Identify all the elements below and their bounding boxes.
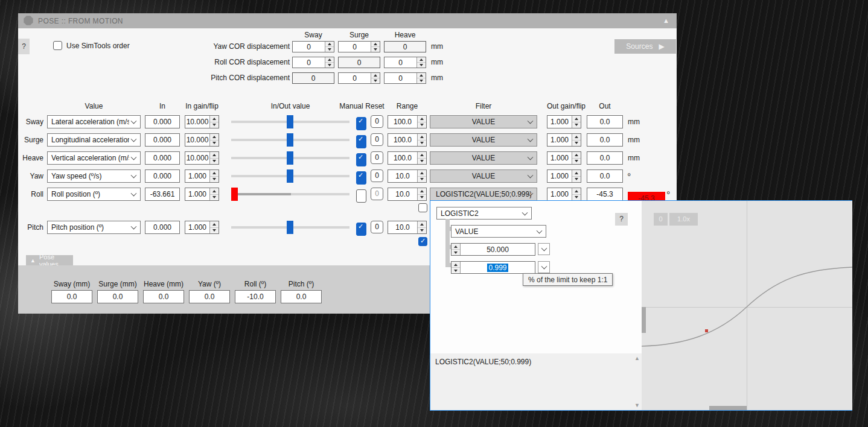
formula-scrollbar[interactable]: ▲ ▼ <box>633 353 642 410</box>
graph-vertical-range-bar[interactable] <box>642 307 646 333</box>
pitch-cor-surge-input[interactable]: 0 <box>338 72 380 84</box>
graph-horizontal-range-bar[interactable] <box>709 406 747 410</box>
sources-button[interactable]: Sources ▶ <box>614 39 676 54</box>
reset-button[interactable]: 0 <box>371 169 383 182</box>
graph-zoom-button[interactable]: 1.0x <box>669 213 698 226</box>
header-in-gain: In gain/flip <box>185 102 219 110</box>
range-input[interactable]: 10.0 <box>388 169 427 183</box>
chevron-down-icon <box>537 227 543 233</box>
reset-button[interactable]: 0 <box>371 188 383 200</box>
pitch-cor-heave-input[interactable]: 0 <box>384 72 426 84</box>
spin-down-icon <box>371 46 380 52</box>
header-filter: Filter <box>430 102 537 110</box>
slider-handle <box>287 221 293 234</box>
value-source-dropdown[interactable]: Pitch position (º) <box>47 221 141 234</box>
range-input[interactable]: 100.0 <box>388 133 427 147</box>
in-gain-input[interactable]: 10.000 <box>185 115 219 128</box>
out-gain-input[interactable]: 1.000 <box>547 133 581 147</box>
inout-slider[interactable] <box>231 188 349 201</box>
yaw-cor-label: Yaw COR displacement <box>163 41 290 52</box>
out-gain-input[interactable]: 1.000 <box>547 115 581 128</box>
manual-checkbox[interactable]: ✓ <box>356 135 366 148</box>
filter-help-button[interactable]: ? <box>615 213 628 226</box>
mix-surge-in-pitch-checkbox[interactable]: ✓ <box>418 237 427 246</box>
filter-dropdown[interactable]: LOGISTIC2(VALUE;50;0.999) <box>430 188 537 201</box>
out-value-field: -45.3 <box>587 188 623 201</box>
cor-col-surge: Surge <box>338 31 380 39</box>
in-gain-input[interactable]: 1.000 <box>185 221 219 234</box>
out-unit: mm <box>628 133 640 147</box>
value-source-dropdown[interactable]: Lateral acceleration (m/s²) <box>47 115 141 128</box>
out-gain-input[interactable]: 1.000 <box>547 169 581 183</box>
spin-down-icon <box>210 176 219 183</box>
scroll-down-icon: ▼ <box>633 402 642 408</box>
roll-cor-heave-input[interactable]: 0 <box>384 57 426 68</box>
inout-slider[interactable] <box>231 221 349 234</box>
range-input[interactable]: 10.0 <box>388 221 427 234</box>
yaw-cor-sway-input[interactable]: 0 <box>292 41 334 52</box>
filter-type-dropdown[interactable]: LOGISTIC2 <box>436 207 532 220</box>
spin-up-icon <box>210 170 219 176</box>
yaw-cor-surge-input[interactable]: 0 <box>338 41 380 52</box>
chevron-down-icon <box>528 154 534 160</box>
chevron-down-icon <box>541 264 547 270</box>
window-titlebar[interactable]: POSE :: FROM MOTION ▲ <box>18 13 677 28</box>
simtools-order-checkbox[interactable] <box>53 41 62 50</box>
inout-slider[interactable] <box>231 151 349 165</box>
range-input[interactable]: 10.0 <box>388 188 427 201</box>
reset-button[interactable]: 0 <box>371 115 383 128</box>
graph-reset-button[interactable]: 0 <box>654 213 668 226</box>
value-source-dropdown[interactable]: Yaw speed (º/s) <box>47 169 141 183</box>
spin-down-icon <box>210 140 219 147</box>
help-button[interactable]: ? <box>18 39 30 54</box>
in-gain-input[interactable]: 1.000 <box>185 188 219 201</box>
check-icon: ✓ <box>358 117 363 125</box>
manual-checkbox[interactable]: ✓ <box>356 223 366 236</box>
inout-slider[interactable] <box>231 115 349 128</box>
pose-values-tab[interactable]: ▲ Pose values <box>26 255 73 265</box>
param-limit-expand-button[interactable] <box>538 243 550 255</box>
inout-slider[interactable] <box>231 133 349 147</box>
manual-checkbox[interactable]: ✓ <box>356 153 366 166</box>
filter-tree-branch <box>445 263 451 267</box>
filter-dropdown[interactable]: VALUE <box>430 169 537 183</box>
spin-up-icon <box>418 170 426 176</box>
reset-button[interactable]: 0 <box>371 151 383 164</box>
filter-dropdown[interactable]: VALUE <box>430 151 537 165</box>
axis-label: Roll <box>18 188 43 201</box>
check-icon: ✓ <box>358 171 363 179</box>
filter-response-graph[interactable]: 0 1.0x <box>642 201 852 410</box>
manual-checkbox[interactable] <box>356 189 366 203</box>
filter-param-limit-input[interactable]: 50.000 <box>451 243 535 256</box>
range-input[interactable]: 100.0 <box>388 151 427 165</box>
in-gain-input[interactable]: 10.000 <box>185 151 219 165</box>
pose-heave: Heave (mm)0.0 <box>143 280 184 303</box>
reset-button[interactable]: 0 <box>371 133 383 146</box>
spin-down-icon <box>325 46 334 52</box>
reset-button[interactable]: 0 <box>371 221 383 233</box>
collapse-icon[interactable]: ▲ <box>663 17 669 24</box>
roll-cor-sway-input[interactable]: 0 <box>292 57 334 68</box>
value-source-dropdown[interactable]: Vertical acceleration (m/s²) <box>47 151 141 165</box>
in-value-field: 0.000 <box>145 115 180 128</box>
filter-dropdown[interactable]: VALUE <box>430 133 537 147</box>
filter-param-source-dropdown[interactable]: VALUE <box>451 225 546 238</box>
filter-param-percent-input[interactable]: 0.999 <box>451 261 535 274</box>
out-gain-input[interactable]: 1.000 <box>547 151 581 165</box>
value-source-dropdown[interactable]: Longitudinal acceleration (r <box>47 133 141 147</box>
manual-checkbox[interactable]: ✓ <box>356 117 366 130</box>
mix-sway-in-roll-checkbox[interactable] <box>418 203 427 212</box>
spin-down-icon <box>418 194 426 201</box>
in-gain-input[interactable]: 1.000 <box>185 169 219 183</box>
manual-checkbox[interactable]: ✓ <box>356 171 366 185</box>
value-source-dropdown[interactable]: Roll position (º) <box>47 188 141 201</box>
in-gain-input[interactable]: 10.000 <box>185 133 219 147</box>
header-in: In <box>145 102 180 110</box>
inout-slider[interactable] <box>231 169 349 183</box>
filter-dropdown[interactable]: VALUE <box>430 115 537 128</box>
simtools-order-row: Use SimTools order <box>53 41 130 50</box>
out-gain-input[interactable]: 1.000 <box>547 188 581 201</box>
param-percent-expand-button[interactable] <box>538 261 550 273</box>
range-input[interactable]: 100.0 <box>388 115 427 128</box>
spin-down-icon <box>572 176 581 183</box>
